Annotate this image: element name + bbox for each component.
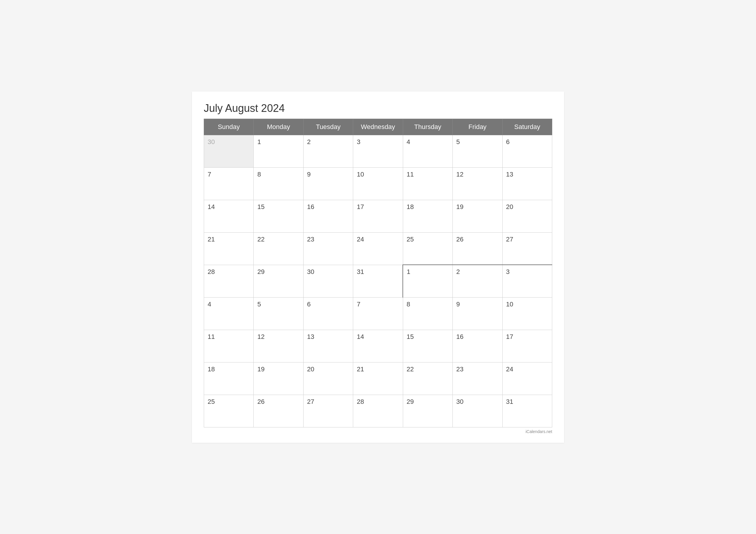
header-row: SundayMondayTuesdayWednesdayThursdayFrid… — [204, 119, 552, 135]
calendar-day-cell: 5 — [254, 297, 303, 330]
calendar-day-cell: 10 — [353, 167, 403, 200]
calendar-week-row: 25262728293031 — [204, 395, 552, 427]
calendar-day-cell: 2 — [453, 265, 502, 297]
calendar-day-cell: 27 — [502, 232, 552, 265]
calendar-week-row: 21222324252627 — [204, 232, 552, 265]
header-cell-tuesday: Tuesday — [303, 119, 353, 135]
calendar-day-cell: 25 — [403, 232, 452, 265]
header-cell-friday: Friday — [453, 119, 502, 135]
calendar-title: July August 2024 — [204, 102, 552, 115]
calendar-day-cell: 16 — [453, 330, 502, 362]
calendar-day-cell: 29 — [403, 395, 452, 427]
calendar-week-row: 11121314151617 — [204, 330, 552, 362]
calendar-day-cell: 31 — [502, 395, 552, 427]
calendar-day-cell: 7 — [353, 297, 403, 330]
calendar-day-cell: 3 — [353, 135, 403, 167]
calendar-day-cell: 8 — [403, 297, 452, 330]
calendar-day-cell: 6 — [502, 135, 552, 167]
calendar-day-cell: 17 — [353, 200, 403, 232]
calendar-week-row: 30123456 — [204, 135, 552, 167]
calendar-day-cell: 27 — [303, 395, 353, 427]
calendar-day-cell: 16 — [303, 200, 353, 232]
calendar-day-cell: 1 — [254, 135, 303, 167]
calendar-day-cell: 20 — [502, 200, 552, 232]
calendar-day-cell: 22 — [254, 232, 303, 265]
calendar-day-cell: 23 — [303, 232, 353, 265]
calendar-day-cell: 24 — [353, 232, 403, 265]
calendar-table: SundayMondayTuesdayWednesdayThursdayFrid… — [204, 119, 552, 427]
calendar-day-cell: 4 — [403, 135, 452, 167]
calendar-day-cell: 2 — [303, 135, 353, 167]
calendar-day-cell: 20 — [303, 362, 353, 395]
calendar-day-cell: 11 — [403, 167, 452, 200]
calendar-day-cell: 29 — [254, 265, 303, 297]
calendar-day-cell: 12 — [254, 330, 303, 362]
calendar-day-cell: 4 — [204, 297, 254, 330]
calendar-day-cell: 24 — [502, 362, 552, 395]
calendar-day-cell: 12 — [453, 167, 502, 200]
calendar-day-cell: 9 — [453, 297, 502, 330]
calendar-day-cell: 8 — [254, 167, 303, 200]
watermark: iCalendars.net — [204, 429, 552, 434]
calendar-day-cell: 13 — [303, 330, 353, 362]
calendar-day-cell: 19 — [453, 200, 502, 232]
calendar-day-cell: 26 — [254, 395, 303, 427]
header-cell-sunday: Sunday — [204, 119, 254, 135]
calendar-week-row: 45678910 — [204, 297, 552, 330]
calendar-day-cell: 21 — [353, 362, 403, 395]
calendar-day-cell: 25 — [204, 395, 254, 427]
calendar-header: SundayMondayTuesdayWednesdayThursdayFrid… — [204, 119, 552, 135]
calendar-day-cell: 28 — [353, 395, 403, 427]
calendar-week-row: 28293031123 — [204, 265, 552, 297]
calendar-day-cell: 14 — [204, 200, 254, 232]
calendar-day-cell: 14 — [353, 330, 403, 362]
calendar-day-cell: 18 — [403, 200, 452, 232]
calendar-day-cell: 13 — [502, 167, 552, 200]
calendar-day-cell: 17 — [502, 330, 552, 362]
calendar-day-cell: 22 — [403, 362, 452, 395]
calendar-day-cell: 10 — [502, 297, 552, 330]
header-cell-saturday: Saturday — [502, 119, 552, 135]
calendar-day-cell: 28 — [204, 265, 254, 297]
calendar-day-cell: 31 — [353, 265, 403, 297]
calendar-day-cell: 6 — [303, 297, 353, 330]
calendar-day-cell: 30 — [303, 265, 353, 297]
calendar-day-cell: 9 — [303, 167, 353, 200]
header-cell-thursday: Thursday — [403, 119, 452, 135]
calendar-day-cell: 23 — [453, 362, 502, 395]
calendar-day-cell: 11 — [204, 330, 254, 362]
calendar-day-cell: 3 — [502, 265, 552, 297]
calendar-day-cell: 30 — [204, 135, 254, 167]
calendar-day-cell: 30 — [453, 395, 502, 427]
calendar-day-cell: 15 — [403, 330, 452, 362]
calendar-day-cell: 15 — [254, 200, 303, 232]
calendar-body: 3012345678910111213141516171819202122232… — [204, 135, 552, 427]
calendar-day-cell: 19 — [254, 362, 303, 395]
calendar-day-cell: 26 — [453, 232, 502, 265]
calendar-week-row: 18192021222324 — [204, 362, 552, 395]
header-cell-monday: Monday — [254, 119, 303, 135]
calendar-day-cell: 7 — [204, 167, 254, 200]
calendar-day-cell: 1 — [403, 265, 452, 297]
calendar-day-cell: 5 — [453, 135, 502, 167]
calendar-week-row: 14151617181920 — [204, 200, 552, 232]
calendar-day-cell: 18 — [204, 362, 254, 395]
calendar-container: July August 2024 SundayMondayTuesdayWedn… — [192, 92, 564, 443]
calendar-week-row: 78910111213 — [204, 167, 552, 200]
calendar-day-cell: 21 — [204, 232, 254, 265]
header-cell-wednesday: Wednesday — [353, 119, 403, 135]
